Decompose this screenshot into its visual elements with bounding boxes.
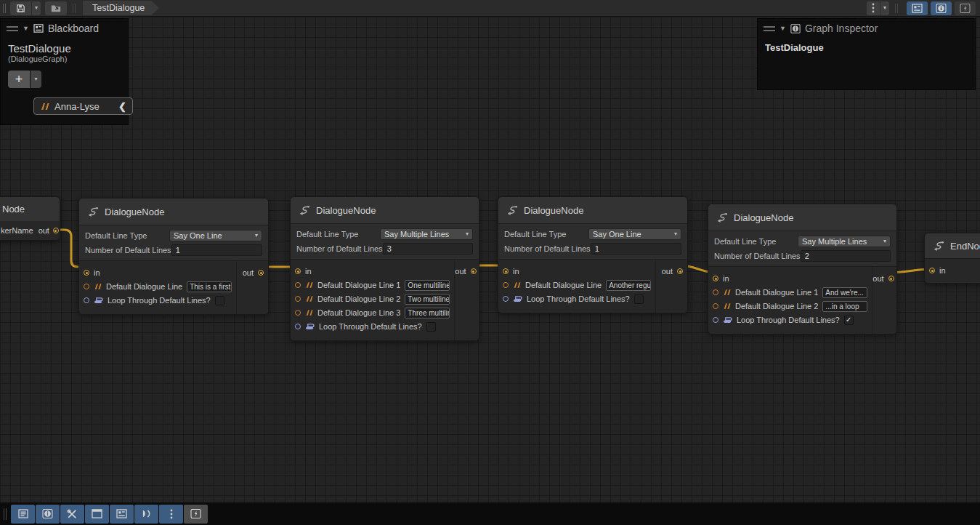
dialogue-node-1[interactable]: DialogueNode Default Line Type Say One L…	[78, 198, 269, 315]
blackboard-field-anna-lyse[interactable]: Anna-Lyse ❮	[33, 97, 133, 115]
collapse-arrow-icon[interactable]: ▼	[23, 25, 29, 32]
num-lines-field[interactable]: 2	[801, 250, 891, 262]
line-type-dropdown[interactable]: Say Multiple Lines ▾	[798, 236, 891, 247]
node-title[interactable]: Node	[0, 197, 60, 221]
more-options-button[interactable]	[159, 505, 183, 524]
dialogue-line-port[interactable]	[503, 282, 509, 288]
tools-panel-button[interactable]	[60, 505, 84, 524]
loop-checkbox[interactable]	[634, 294, 644, 304]
dialogue-line-label: Default Dialogue Line 1	[317, 281, 400, 289]
dialogue-line-field[interactable]: One multiline	[405, 280, 450, 291]
in-port[interactable]	[84, 270, 89, 276]
graph-canvas[interactable]: ▼ Blackboard TestDialogue (DialogueGraph…	[0, 17, 980, 525]
in-port[interactable]	[295, 268, 301, 274]
overflow-menu-button[interactable]	[867, 1, 880, 15]
in-port[interactable]	[713, 276, 718, 281]
preview-toggle-button[interactable]	[184, 505, 208, 524]
dialogue-line-field[interactable]: ...in a loop	[822, 301, 867, 312]
loop-checkbox[interactable]	[215, 296, 224, 305]
toolbar-drag-handle[interactable]	[4, 508, 7, 520]
speaker-node[interactable]: Node kerName out	[0, 196, 60, 241]
loop-port[interactable]	[295, 324, 301, 329]
node-title[interactable]: DialogueNode	[498, 197, 687, 223]
node-title[interactable]: EndNode	[925, 233, 980, 258]
inspector-header[interactable]: ▼ Graph Inspector	[758, 19, 975, 38]
out-port[interactable]	[471, 268, 477, 274]
out-port[interactable]	[677, 268, 683, 274]
console-panel-button[interactable]	[11, 505, 35, 524]
in-port[interactable]	[929, 268, 935, 273]
dialogue-line-port[interactable]	[295, 282, 301, 288]
inspector-panel-button[interactable]	[36, 505, 60, 524]
num-lines-label: Number of Default Lines	[85, 246, 171, 255]
dialogue-node-4[interactable]: DialogueNode Default Line Type Say Multi…	[708, 204, 897, 334]
out-port[interactable]	[258, 270, 264, 276]
blackboard-panel-button[interactable]	[110, 505, 134, 524]
open-asset-button[interactable]	[45, 1, 67, 15]
drag-handle-icon[interactable]	[764, 26, 775, 31]
num-lines-field[interactable]: 1	[171, 244, 262, 256]
dialogue-node-icon	[298, 204, 310, 216]
in-port[interactable]	[503, 268, 509, 274]
dialogue-line-field[interactable]: And we're...	[822, 287, 867, 298]
line-type-dropdown[interactable]: Say One Line ▾	[169, 230, 262, 241]
dialogue-line-field[interactable]: Three multilin	[405, 308, 450, 318]
save-button[interactable]	[10, 1, 31, 15]
add-property-caret[interactable]: ▾	[31, 71, 41, 88]
chevron-left-icon[interactable]: ❮	[118, 101, 126, 112]
dialogue-line-port[interactable]	[295, 296, 301, 302]
dialogue-line-field[interactable]: Two multiline	[405, 294, 450, 305]
graph-inspector-panel[interactable]: ▼ Graph Inspector TestDialogue	[757, 18, 976, 90]
toolbar-drag-handle[interactable]	[3, 4, 6, 13]
loop-port[interactable]	[84, 297, 89, 303]
add-property-button[interactable]: +	[8, 71, 30, 88]
end-node[interactable]: EndNode in	[924, 233, 980, 284]
num-lines-label: Number of Default Lines	[296, 244, 383, 253]
loop-port[interactable]	[713, 317, 718, 323]
toggle-blackboard-button[interactable]	[907, 1, 928, 15]
toolbar-separator	[893, 4, 900, 13]
dialogue-line-field[interactable]: This is a first	[187, 281, 232, 292]
quote-icon	[513, 281, 521, 289]
info-icon	[936, 4, 947, 13]
dialogue-line-port[interactable]	[295, 310, 301, 316]
dialogue-line-field[interactable]: Another regu	[606, 280, 651, 291]
out-port[interactable]	[53, 228, 59, 233]
dialogue-line-port[interactable]	[713, 289, 718, 295]
toggle-preview-button[interactable]	[955, 1, 976, 15]
line-type-dropdown[interactable]: Say Multiple Lines ▾	[380, 228, 473, 240]
dialogue-preview-button[interactable]	[134, 505, 158, 524]
blackboard-header[interactable]: ▼ Blackboard	[1, 19, 128, 38]
num-lines-field[interactable]: 3	[383, 243, 473, 255]
line-type-dropdown[interactable]: Say One Line ▾	[588, 228, 681, 240]
node-title[interactable]: DialogueNode	[291, 197, 479, 223]
inspector-title: Graph Inspector	[805, 23, 878, 34]
tab-testdialogue[interactable]: TestDialogue	[83, 1, 159, 15]
num-lines-field[interactable]: 1	[591, 243, 681, 255]
save-options-button[interactable]: ▾	[32, 1, 41, 15]
window-panel-button[interactable]	[85, 505, 109, 524]
blackboard-icon	[33, 24, 44, 33]
line-type-label: Default Line Type	[296, 230, 380, 239]
drag-handle-icon[interactable]	[7, 26, 18, 31]
toggle-inspector-button[interactable]	[931, 1, 952, 15]
node-title[interactable]: DialogueNode	[708, 204, 896, 231]
collapse-arrow-icon[interactable]: ▼	[779, 25, 786, 32]
dialogue-line-port[interactable]	[84, 284, 89, 289]
in-port-label: in	[305, 267, 312, 276]
out-port[interactable]	[888, 276, 894, 281]
dialogue-node-3[interactable]: DialogueNode Default Line Type Say One L…	[498, 196, 688, 313]
open-folder-icon	[50, 3, 62, 13]
num-lines-label: Number of Default Lines	[504, 244, 591, 253]
loop-checkbox[interactable]	[426, 322, 436, 332]
loop-port[interactable]	[503, 296, 509, 302]
quote-icon	[305, 309, 313, 316]
loop-checkbox[interactable]: ✓	[844, 316, 854, 325]
dialogue-line-label: Default Dialogue Line 2	[317, 294, 400, 303]
dialogue-line-port[interactable]	[713, 303, 718, 309]
dialogue-line-label: Default Dialogue Line 3	[317, 308, 400, 317]
dialogue-line-label: Default Dialogue Line 1	[735, 288, 818, 297]
node-title[interactable]: DialogueNode	[79, 199, 268, 225]
dialogue-node-2[interactable]: DialogueNode Default Line Type Say Multi…	[290, 196, 479, 341]
overflow-menu-caret[interactable]: ▾	[880, 1, 889, 15]
